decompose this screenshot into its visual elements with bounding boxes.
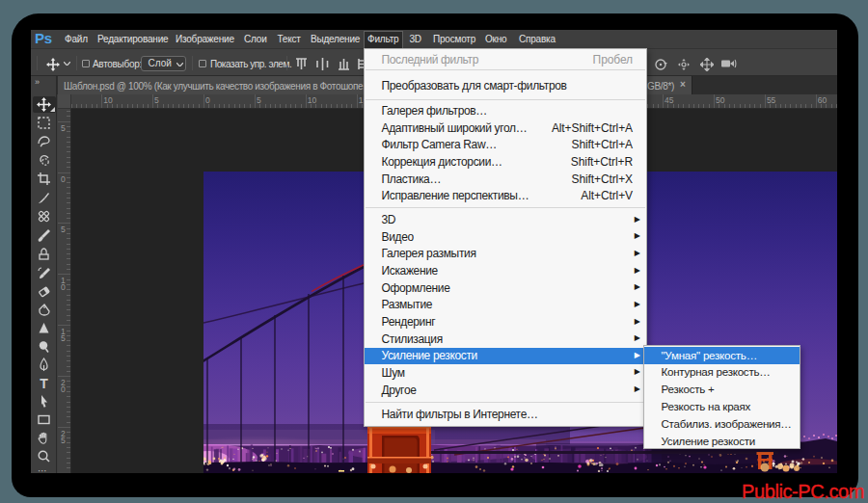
svg-text:T: T <box>40 376 48 390</box>
